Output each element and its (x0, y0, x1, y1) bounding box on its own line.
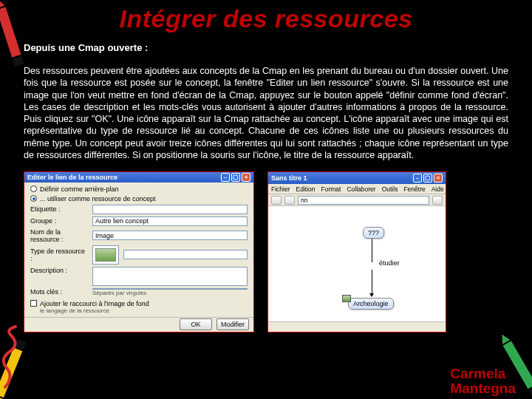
author-line1: Carmela (450, 366, 516, 381)
link-label[interactable]: étudier (379, 259, 400, 267)
label: Description : (30, 267, 88, 274)
radio-use-resource[interactable]: ... utiliser comme ressource de concept (30, 195, 248, 202)
forward-button[interactable] (284, 196, 295, 205)
svg-rect-8 (528, 384, 532, 398)
field-etiquette: Etiquette : (30, 205, 248, 214)
cmap-menubar: Fichier Edition Format Collaborer Outils… (268, 184, 446, 194)
label: Type de ressource : (30, 248, 88, 262)
radio-icon (30, 195, 37, 202)
svg-marker-4 (0, 395, 4, 399)
squiggle-decoration (0, 325, 31, 392)
cmap-window: Sans titre 1 – ▢ × Fichier Edition Forma… (267, 171, 446, 332)
menu-item[interactable]: Format (321, 185, 341, 193)
radio-label: ... utiliser comme ressource de concept (40, 195, 156, 202)
check-label: Ajouter le raccourci à l'image de fond (40, 300, 149, 307)
menu-item[interactable]: Aide (432, 185, 444, 193)
svg-rect-0 (0, 6, 24, 64)
label: Groupe : (30, 217, 88, 225)
dialog-buttons: OK Modifier (24, 317, 253, 332)
field-mots: Mots clés : Séparés par virgules (30, 288, 248, 296)
menu-item[interactable]: Fenêtre (403, 185, 425, 193)
type-thumbnail (92, 245, 119, 265)
page-subtitle: Depuis une Cmap ouverte : (24, 42, 508, 53)
description-textarea[interactable] (92, 267, 248, 286)
slide: Intégrer des ressources Depuis une Cmap … (0, 0, 532, 399)
radio-icon (30, 185, 37, 192)
link-arrow (372, 239, 372, 262)
minimize-button[interactable]: – (413, 174, 422, 183)
svg-rect-2 (12, 55, 25, 67)
etiquette-input[interactable] (92, 205, 248, 214)
body-paragraph: Des ressources peuvent être ajoutées aux… (24, 65, 508, 161)
cmap-toolbar: nn (268, 194, 446, 206)
page-title: Intégrer des ressources (24, 4, 508, 33)
groupe-input[interactable]: Autre lien concept (92, 216, 248, 226)
author-credit: Carmela Mantegna (450, 366, 516, 396)
minimize-button[interactable]: – (221, 173, 230, 182)
cmap-title: Sans titre 1 (271, 174, 307, 182)
concept-node-top[interactable]: ??? (363, 227, 384, 239)
field-bg-check[interactable]: Ajouter le raccourci à l'image de fond l… (30, 300, 248, 314)
svg-marker-7 (497, 330, 511, 345)
cmap-titlebar: Sans titre 1 – ▢ × (268, 172, 446, 184)
modify-button[interactable]: Modifier (216, 318, 249, 330)
menu-item[interactable]: Edition (296, 185, 316, 193)
lang-label: le langage de la ressource (40, 307, 149, 314)
back-button[interactable] (271, 196, 282, 205)
dialog-title: Editer le lien de la ressource (27, 174, 117, 181)
label: Mots clés : (30, 288, 88, 296)
arrowhead-icon (369, 293, 374, 297)
address-box[interactable]: nn (298, 196, 429, 205)
field-type: Type de ressource : (30, 245, 248, 265)
radio-set-background[interactable]: Définir comme arrière-plan (30, 185, 248, 193)
image-icon (95, 248, 116, 262)
field-description: Description : (30, 267, 248, 286)
author-line2: Mantegna (450, 381, 516, 396)
cmap-canvas[interactable]: ??? étudier Archeologie (268, 206, 446, 321)
svg-marker-1 (0, 0, 6, 10)
link-arrow (372, 270, 372, 295)
menu-item[interactable]: Collaborer (347, 185, 375, 193)
close-button[interactable]: × (242, 173, 250, 182)
dialog-window: Editer le lien de la ressource – ▢ × Déf… (24, 171, 254, 332)
go-button[interactable] (432, 196, 443, 205)
cmap-statusbar (268, 321, 446, 332)
label: Etiquette : (30, 205, 88, 213)
radio-label: Définir comme arrière-plan (40, 185, 119, 193)
field-groupe: Groupe : Autre lien concept (30, 216, 248, 226)
field-nom: Nom de la ressource : Image (30, 228, 248, 243)
label: Nom de la ressource : (30, 228, 88, 243)
checkbox-icon (30, 300, 37, 307)
dialog-titlebar: Editer le lien de la ressource – ▢ × (24, 172, 253, 183)
maximize-button[interactable]: ▢ (231, 173, 240, 182)
menu-item[interactable]: Outils (382, 185, 398, 193)
nom-input[interactable]: Image (92, 231, 248, 240)
ok-button[interactable]: OK (180, 318, 212, 330)
mots-hint: Séparés par virgules (92, 290, 248, 296)
maximize-button[interactable]: ▢ (423, 174, 432, 183)
screenshot-row: Editer le lien de la ressource – ▢ × Déf… (24, 171, 508, 332)
close-button[interactable]: × (434, 174, 443, 183)
menu-item[interactable]: Fichier (271, 185, 290, 193)
dialog-body: Définir comme arrière-plan ... utiliser … (24, 183, 253, 317)
concept-node-bottom[interactable]: Archeologie (348, 298, 394, 310)
resource-icon[interactable] (342, 295, 351, 302)
type-input[interactable] (123, 250, 248, 259)
